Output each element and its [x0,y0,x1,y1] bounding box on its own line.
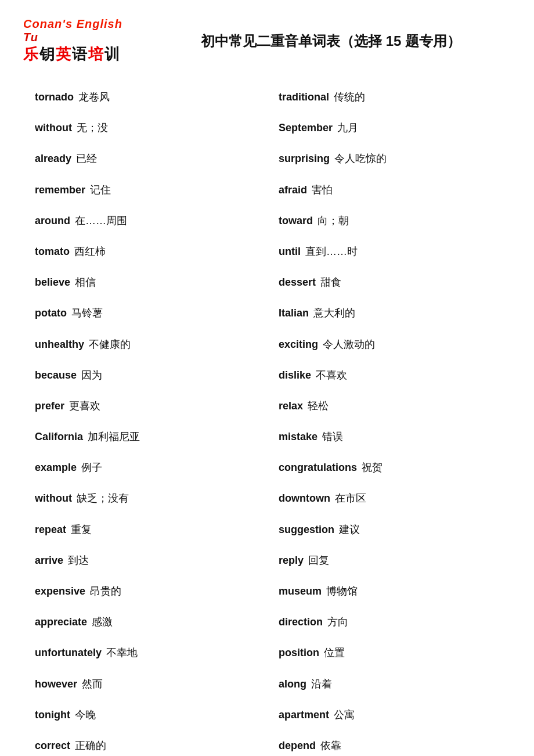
word-chinese: 正确的 [75,740,106,751]
word-item-right: downtown在市区 [267,483,511,514]
word-item-right: mistake错误 [267,422,511,452]
word-english: correct [35,740,70,751]
word-item-left: however然而 [23,669,267,700]
word-item-left: tomato西红柿 [23,236,267,267]
word-english: tomato [35,246,70,257]
word-english: along [279,678,306,690]
word-item-right: until直到……时 [267,236,511,267]
word-english: direction [279,616,323,628]
word-english: Italian [279,307,309,319]
word-english: around [35,215,70,226]
word-english: tonight [35,709,70,721]
page-title: 初中常见二重音单词表（选择 15 题专用） [139,32,511,51]
word-english: potato [35,307,67,319]
word-chinese: 依靠 [320,740,341,751]
word-english: toward [279,215,313,226]
word-item-left: appreciate感激 [23,607,267,638]
logo-char-1: 乐 [23,44,39,64]
word-item-right: museum博物馆 [267,576,511,607]
word-english: appreciate [35,616,87,628]
word-item-right: dessert甜食 [267,267,511,298]
word-english: until [279,246,301,257]
logo-char-5: 培 [88,44,104,64]
word-item-right: traditional传统的 [267,82,511,113]
word-item-left: correct正确的 [23,730,267,756]
word-item-left: arrive到达 [23,545,267,576]
word-english: downtown [279,492,330,504]
word-item-right: position位置 [267,638,511,668]
logo-char-3: 英 [56,44,72,64]
word-item-right: afraid害怕 [267,175,511,206]
word-chinese: 直到……时 [305,246,358,257]
word-chinese: 记住 [90,184,111,196]
word-chinese: 九月 [337,122,358,134]
word-chinese: 无；没 [77,122,108,134]
word-chinese: 缺乏；没有 [77,492,129,504]
word-item-left: around在……周围 [23,206,267,236]
logo-top-text: Conan's English Tu [23,17,139,44]
word-english: without [35,492,72,504]
word-english: depend [279,740,316,751]
word-item-left: California加利福尼亚 [23,422,267,452]
word-chinese: 重复 [71,524,92,535]
word-list: tornado龙卷风traditional传统的without无；没Septem… [23,82,511,756]
word-english: repeat [35,524,66,535]
word-chinese: 建议 [339,524,360,535]
word-chinese: 龙卷风 [78,91,110,103]
word-chinese: 不幸地 [106,647,138,658]
word-chinese: 因为 [81,369,102,381]
word-english: believe [35,276,70,288]
word-chinese: 加利福尼亚 [88,431,140,442]
word-item-right: reply回复 [267,545,511,576]
word-chinese: 在……周围 [75,215,127,226]
word-item-left: because因为 [23,360,267,391]
word-item-left: expensive昂贵的 [23,576,267,607]
word-item-right: depend依靠 [267,730,511,756]
word-english: however [35,678,77,690]
word-chinese: 在市区 [335,492,366,504]
word-english: position [279,647,319,658]
word-item-left: believe相信 [23,267,267,298]
word-item-right: along沿着 [267,669,511,700]
word-chinese: 西红柿 [74,246,106,257]
word-english: tornado [35,91,74,103]
word-english: relax [279,400,303,412]
word-chinese: 博物馆 [326,585,358,597]
word-item-right: suggestion建议 [267,514,511,545]
word-english: California [35,431,83,442]
word-item-right: surprising令人吃惊的 [267,143,511,174]
logo-char-4: 语 [72,44,88,64]
word-item-right: exciting令人激动的 [267,329,511,360]
word-english: remember [35,184,85,196]
word-item-left: prefer更喜欢 [23,391,267,422]
word-chinese: 向；朝 [317,215,349,226]
word-item-left: potato马铃薯 [23,298,267,329]
word-item-left: unhealthy不健康的 [23,329,267,360]
page-header: Conan's English Tu 乐钥英语培训 初中常见二重音单词表（选择 … [23,17,511,64]
word-english: unfortunately [35,647,102,658]
word-chinese: 今晚 [75,709,96,721]
word-chinese: 不喜欢 [316,369,347,381]
word-chinese: 轻松 [308,400,329,412]
word-english: reply [279,555,304,566]
word-item-left: remember记住 [23,175,267,206]
word-chinese: 然而 [82,678,103,690]
word-chinese: 令人吃惊的 [334,153,387,164]
word-item-right: relax轻松 [267,391,511,422]
word-english: because [35,369,77,381]
word-english: arrive [35,555,63,566]
word-english: museum [279,585,322,597]
word-chinese: 到达 [68,555,89,566]
word-item-right: apartment公寓 [267,700,511,730]
word-english: dessert [279,276,316,288]
word-chinese: 令人激动的 [323,339,375,350]
word-item-left: without缺乏；没有 [23,483,267,514]
word-chinese: 甜食 [320,276,341,288]
word-item-left: tonight今晚 [23,700,267,730]
word-chinese: 错误 [322,431,343,442]
word-english: already [35,153,71,164]
word-chinese: 不健康的 [89,339,131,350]
word-chinese: 方向 [327,616,348,628]
word-item-left: example例子 [23,452,267,483]
word-item-left: tornado龙卷风 [23,82,267,113]
